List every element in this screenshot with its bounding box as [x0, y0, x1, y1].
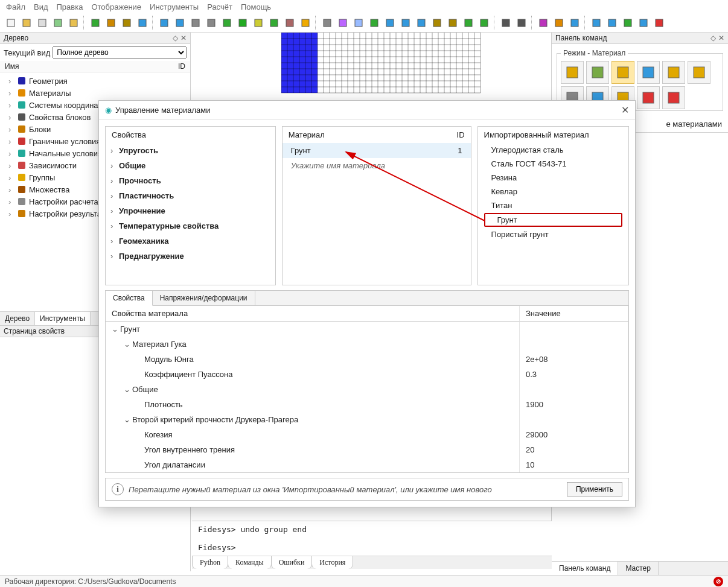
tab-command-panel[interactable]: Панель команд [552, 562, 618, 575]
menu-Отображение[interactable]: Отображение [91, 2, 141, 11]
mode-button-9[interactable] [637, 86, 660, 109]
step-icon[interactable] [135, 16, 150, 30]
console-tab-Ошибки[interactable]: Ошибки [271, 556, 313, 569]
prop-category[interactable]: Преднагружение [106, 249, 275, 264]
cube-dgreen-icon[interactable] [235, 16, 250, 30]
mode-button-2[interactable] [611, 61, 634, 84]
imported-material[interactable]: Резина [478, 171, 628, 185]
import-icon[interactable] [66, 16, 81, 30]
undock-icon[interactable]: ◇ [173, 34, 178, 42]
undo-icon[interactable] [157, 16, 171, 30]
imported-material[interactable]: Грунт [484, 213, 622, 227]
close-icon[interactable]: ✕ [180, 34, 187, 42]
go-icon[interactable] [477, 16, 491, 30]
cube-shade-icon[interactable] [204, 16, 219, 30]
tab-properties[interactable]: Свойства [106, 291, 153, 306]
console-output[interactable]: Fidesys> undo group end Fidesys> [192, 521, 552, 556]
xy-icon[interactable] [652, 16, 666, 30]
run-script-icon[interactable] [104, 16, 118, 30]
console-tab-Python[interactable]: Python [192, 556, 228, 569]
grid-prop-value[interactable]: 29000 [520, 427, 628, 442]
grid-prop-value[interactable] [520, 337, 628, 352]
globe-icon[interactable] [414, 16, 429, 30]
menu-Помощь[interactable]: Помощь [241, 2, 271, 11]
refresh-icon[interactable] [367, 16, 382, 30]
grid-prop-name[interactable]: Плотность [106, 397, 520, 412]
export-icon[interactable] [51, 16, 65, 30]
advance-icon[interactable] [636, 16, 651, 30]
gears-icon[interactable] [514, 16, 529, 30]
dual-cube-icon[interactable] [267, 16, 281, 30]
menu-Правка[interactable]: Правка [57, 2, 83, 11]
axis-plus-icon[interactable] [536, 16, 551, 30]
link2-icon[interactable] [605, 16, 619, 30]
tree-item[interactable]: ›Геометрия [1, 75, 189, 87]
cube-green-icon[interactable] [220, 16, 234, 30]
link-icon[interactable] [589, 16, 604, 30]
grid-prop-name[interactable]: Материал Гука [106, 337, 520, 352]
hl-cube-icon[interactable] [298, 16, 313, 30]
prop-category[interactable]: Геомеханика [106, 233, 275, 249]
material-list[interactable]: Грунт 1 Укажите имя материала [283, 143, 471, 285]
box-icon[interactable] [430, 16, 444, 30]
tab-tree[interactable]: Дерево [0, 312, 35, 325]
axis-dot-icon[interactable] [552, 16, 566, 30]
mode-button-1[interactable] [586, 61, 609, 84]
grid-prop-value[interactable]: 0.3 [520, 367, 628, 382]
menu-Файл[interactable]: Файл [6, 2, 25, 11]
grid-prop-value[interactable] [520, 412, 628, 427]
gear-icon[interactable] [499, 16, 513, 30]
pause-icon[interactable] [120, 16, 134, 30]
axis-down-icon[interactable] [567, 16, 582, 30]
property-categories[interactable]: УпругостьОбщиеПрочностьПластичностьУпроч… [106, 143, 275, 285]
dialog-close-button[interactable]: ✕ [621, 104, 629, 116]
save-file-icon[interactable] [35, 16, 49, 30]
menu-Инструменты[interactable]: Инструменты [150, 2, 199, 11]
current-view-select[interactable]: Полное дерево [53, 46, 187, 59]
tab-stress-strain[interactable]: Напряжения/деформации [153, 291, 255, 305]
imported-material[interactable]: Титан [478, 198, 628, 212]
grid-prop-name[interactable]: Угол внутреннего трения [106, 442, 520, 457]
view1-icon[interactable] [320, 16, 334, 30]
material-property-grid[interactable]: Свойства материалаЗначениеГрунтМатериал … [106, 306, 628, 472]
menu-Расчёт[interactable]: Расчёт [207, 2, 232, 11]
imported-material[interactable]: Углеродистая сталь [478, 143, 628, 157]
mode-button-10[interactable] [662, 86, 685, 109]
mesh-cube-icon[interactable] [283, 16, 297, 30]
view3-icon[interactable] [351, 16, 366, 30]
grid-prop-value[interactable] [520, 322, 628, 337]
zoom-in-icon[interactable] [383, 16, 397, 30]
view2-icon[interactable] [336, 16, 350, 30]
prop-category[interactable]: Прочность [106, 173, 275, 188]
prop-category[interactable]: Температурные свойства [106, 218, 275, 233]
imported-material[interactable]: Кевлар [478, 185, 628, 198]
prop-category[interactable]: Общие [106, 158, 275, 173]
prop-category[interactable]: Пластичность [106, 188, 275, 203]
tree-item[interactable]: ›Материалы [1, 87, 189, 99]
prop-category[interactable]: Упругость [106, 143, 275, 158]
grid-prop-value[interactable]: 20 [520, 442, 628, 457]
grid-prop-value[interactable]: 2e+08 [520, 352, 628, 367]
grid-prop-value[interactable] [520, 382, 628, 397]
grid-prop-name[interactable]: Модуль Юнга [106, 352, 520, 367]
mode-button-4[interactable] [662, 61, 685, 84]
grid-prop-name[interactable]: Грунт [106, 322, 520, 337]
grid-prop-value[interactable]: 10 [520, 457, 628, 472]
console-tab-История[interactable]: История [311, 556, 353, 569]
prop-category[interactable]: Упрочнение [106, 203, 275, 218]
tab-master[interactable]: Мастер [618, 562, 659, 575]
mode-button-0[interactable] [561, 61, 584, 84]
material-row[interactable]: Грунт 1 [283, 143, 471, 158]
imported-list[interactable]: Углеродистая стальСталь ГОСТ 4543-71Рези… [478, 143, 628, 285]
apply-button[interactable]: Применить [567, 482, 622, 497]
zoom-out-icon[interactable] [398, 16, 413, 30]
grid-prop-value[interactable]: 1900 [520, 397, 628, 412]
grid-prop-name[interactable]: Общие [106, 382, 520, 397]
imported-material[interactable]: Пористый грунт [478, 227, 628, 241]
menu-Вид[interactable]: Вид [34, 2, 48, 11]
grid-prop-name[interactable]: Второй критерий прочности Друкера-Прагер… [106, 412, 520, 427]
play-icon[interactable] [621, 16, 635, 30]
grid-prop-name[interactable]: Коэффициент Пуассона [106, 367, 520, 382]
layers-icon[interactable] [445, 16, 460, 30]
redo-icon[interactable] [173, 16, 187, 30]
